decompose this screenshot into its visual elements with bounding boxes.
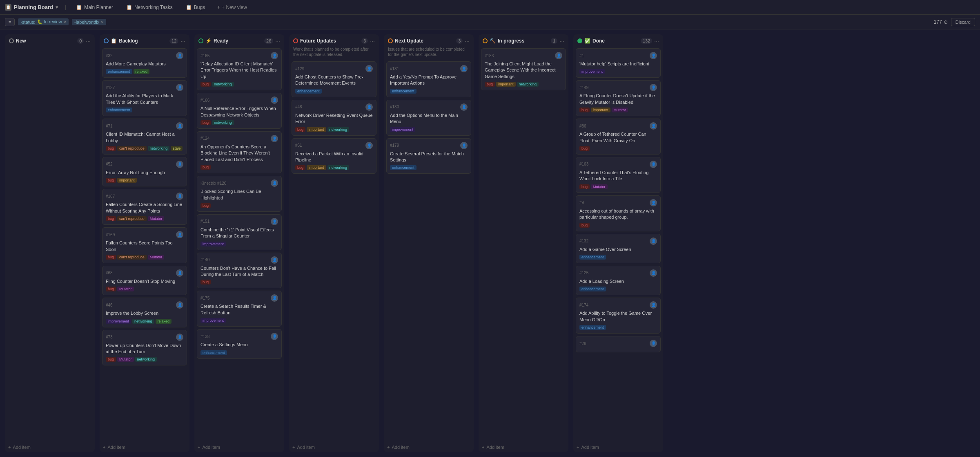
filter-label-tag[interactable]: -labelwontfix × xyxy=(72,19,106,25)
add-item-next-update[interactable]: +Add item xyxy=(384,442,474,452)
card-id-ready-1: #166 xyxy=(200,98,209,103)
card-id-ready-4: #151 xyxy=(200,219,209,224)
add-item-in-progress[interactable]: +Add item xyxy=(479,442,568,452)
card-ready-4[interactable]: #151👤Combine the '+1' Point Visual Effec… xyxy=(197,214,282,250)
board-dropdown-icon[interactable]: ▾ xyxy=(56,4,58,10)
card-header-next-update-2: #179👤 xyxy=(390,142,468,149)
card-done-2[interactable]: #86👤A Group of Tethered Counter Can Floa… xyxy=(576,119,661,155)
card-tags-backlog-7: improvementnetworkingrelaxed xyxy=(106,319,183,324)
card-next-update-0[interactable]: #181👤Add a Yes/No Prompt To Approve Impo… xyxy=(386,61,471,97)
tag-cantreproduce: can't reproduce xyxy=(117,255,147,260)
new-view-label: + New view xyxy=(222,4,247,10)
filter-close-icon[interactable]: × xyxy=(64,20,66,25)
card-done-4[interactable]: #9👤Accessing out of bounds of array with… xyxy=(576,195,661,231)
card-avatar-backlog-6: 👤 xyxy=(176,269,183,277)
card-future-updates-2[interactable]: #61👤Received a Packet With an Invalid Pi… xyxy=(292,138,376,174)
filter-label-close-icon[interactable]: × xyxy=(101,20,103,25)
col-menu-in-progress[interactable]: ··· xyxy=(559,38,564,44)
card-ready-0[interactable]: #165👤'Relay Allocation ID Client Mismatc… xyxy=(197,48,282,90)
card-in-progress-0[interactable]: #183👤The Joining Client Might Load the G… xyxy=(481,48,566,90)
card-backlog-4[interactable]: #167👤Fallen Counters Create a Scoring Li… xyxy=(102,189,187,225)
card-tags-ready-7: enhancement xyxy=(200,350,278,355)
card-done-6[interactable]: #125👤Add a Loading Screenenhancement xyxy=(576,266,661,295)
tag-networking: networking xyxy=(517,82,539,87)
card-tags-done-1: bugimportantMutator xyxy=(579,108,657,112)
add-item-backlog[interactable]: +Add item xyxy=(100,442,189,452)
card-ready-6[interactable]: #175👤Create a Search Results Timer & Ref… xyxy=(197,291,282,327)
col-menu-backlog[interactable]: ··· xyxy=(180,38,185,44)
card-backlog-0[interactable]: #32👤Add More Gameplay Mutatorsenhancemen… xyxy=(102,48,187,78)
card-id-done-2: #86 xyxy=(579,124,586,128)
add-item-label: Add item xyxy=(107,445,125,450)
card-ready-7[interactable]: #138👤Create a Settings Menuenhancement xyxy=(197,329,282,358)
card-id-ready-0: #165 xyxy=(200,54,209,58)
card-avatar-done-2: 👤 xyxy=(650,122,657,130)
col-menu-future-updates[interactable]: ··· xyxy=(370,38,375,44)
col-menu-ready[interactable]: ··· xyxy=(275,38,280,44)
card-id-done-6: #125 xyxy=(579,271,588,275)
card-backlog-8[interactable]: #73👤Power-up Counters Don't Move Down at… xyxy=(102,330,187,366)
card-title-backlog-7: Improve the Lobby Screen xyxy=(106,310,183,316)
card-backlog-5[interactable]: #169👤Fallen Counters Score Points Too So… xyxy=(102,227,187,263)
col-menu-new[interactable]: ··· xyxy=(86,38,91,44)
card-ready-3[interactable]: Kinectrix #120👤Blocked Scoring Lines Can… xyxy=(197,176,282,212)
tab-main-planner[interactable]: 📋 Main Planner xyxy=(73,3,116,12)
col-menu-done[interactable]: ··· xyxy=(654,38,659,44)
card-tags-backlog-6: bugMutator xyxy=(106,287,183,291)
card-title-ready-4: Combine the '+1' Point Visual Effects Fr… xyxy=(200,227,278,240)
tag-bug: bug xyxy=(106,146,116,151)
filter-icon-btn[interactable]: ≡ xyxy=(5,18,15,26)
card-tags-ready-6: improvement xyxy=(200,318,278,323)
cards-container-backlog: #32👤Add More Gameplay Mutatorsenhancemen… xyxy=(100,47,189,442)
filter-status-tag[interactable]: -status: 🐛 In review × xyxy=(18,18,69,25)
column-backlog: 📋Backlog12···#32👤Add More Gameplay Mutat… xyxy=(100,34,189,452)
card-header-done-7: #174👤 xyxy=(579,301,657,309)
card-done-1[interactable]: #149👤A Flung Counter Doesn't Update if t… xyxy=(576,80,661,116)
card-title-next-update-2: Create Several Presets for the Match Set… xyxy=(390,151,468,164)
tag-bug: bug xyxy=(106,216,116,221)
card-title-backlog-4: Fallen Counters Create a Scoring Line Wi… xyxy=(106,202,183,214)
tag-bug: bug xyxy=(579,146,590,151)
card-ready-5[interactable]: #140👤Counters Don't Have a Chance to Fal… xyxy=(197,253,282,289)
card-done-3[interactable]: #163👤A Tethered Counter That's Floating … xyxy=(576,157,661,193)
filter-label-value: -labelwontfix xyxy=(74,20,99,25)
add-item-new[interactable]: +Add item xyxy=(5,442,95,452)
discard-button[interactable]: Discard xyxy=(951,18,975,26)
add-item-ready[interactable]: +Add item xyxy=(194,442,284,452)
card-backlog-3[interactable]: #52👤Error: Array Not Long Enoughbugimpor… xyxy=(102,157,187,186)
tab-networking[interactable]: 📋 Networking Tasks xyxy=(123,3,176,12)
card-future-updates-1[interactable]: #48👤Network Driver Resetting Event Queue… xyxy=(292,100,376,136)
tab-bugs[interactable]: 📋 Bugs xyxy=(183,3,208,12)
card-next-update-2[interactable]: #179👤Create Several Presets for the Matc… xyxy=(386,138,471,174)
tag-bug: bug xyxy=(106,357,116,362)
card-backlog-7[interactable]: #46👤Improve the Lobby Screenimprovementn… xyxy=(102,298,187,327)
add-item-future-updates[interactable]: +Add item xyxy=(289,442,379,452)
card-backlog-1[interactable]: #137👤Add the Ability for Players to Mark… xyxy=(102,80,187,116)
col-title-done: Done xyxy=(592,38,639,44)
card-title-done-4: Accessing out of bounds of array with pa… xyxy=(579,208,657,221)
card-done-5[interactable]: #132👤Add a Game Over Screenenhancement xyxy=(576,234,661,263)
col-menu-next-update[interactable]: ··· xyxy=(465,38,470,44)
card-future-updates-0[interactable]: #129👤Add Ghost Counters to Show Pre-Dete… xyxy=(292,61,376,97)
new-view-button[interactable]: + + New view xyxy=(215,3,249,12)
add-item-done[interactable]: +Add item xyxy=(573,442,663,452)
card-ready-1[interactable]: #166👤A Null Reference Error Triggers Whe… xyxy=(197,93,282,129)
board-title[interactable]: Planning Board xyxy=(14,4,53,10)
card-done-0[interactable]: #1👤'Mutator help' Scripts are Inefficien… xyxy=(576,48,661,78)
card-id-backlog-0: #32 xyxy=(106,54,113,58)
card-ready-2[interactable]: #124👤An Opponent's Counters Score a Bloc… xyxy=(197,131,282,173)
card-header-ready-0: #165👤 xyxy=(200,52,278,59)
card-done-7[interactable]: #174👤Add Ability to Toggle the Game Over… xyxy=(576,298,661,334)
card-title-backlog-6: Fling Counter Doesn't Stop Moving xyxy=(106,278,183,285)
card-title-done-6: Add a Loading Screen xyxy=(579,278,657,285)
card-done-8[interactable]: #28👤 xyxy=(576,336,661,352)
tag-mutator: Mutator xyxy=(148,216,165,221)
card-backlog-2[interactable]: #71👤Client ID Mismatch: Cannot Host a Lo… xyxy=(102,119,187,155)
col-icon-ready: ⚡ xyxy=(205,38,212,44)
card-next-update-1[interactable]: #180👤Add the Options Menu to the Main Me… xyxy=(386,100,471,136)
card-backlog-6[interactable]: #68👤Fling Counter Doesn't Stop Movingbug… xyxy=(102,266,187,295)
tag-enhancement: enhancement xyxy=(579,287,606,291)
tag-mutator: Mutator xyxy=(591,184,608,189)
card-title-backlog-5: Fallen Counters Score Points Too Soon xyxy=(106,240,183,253)
card-avatar-ready-1: 👤 xyxy=(271,96,278,104)
